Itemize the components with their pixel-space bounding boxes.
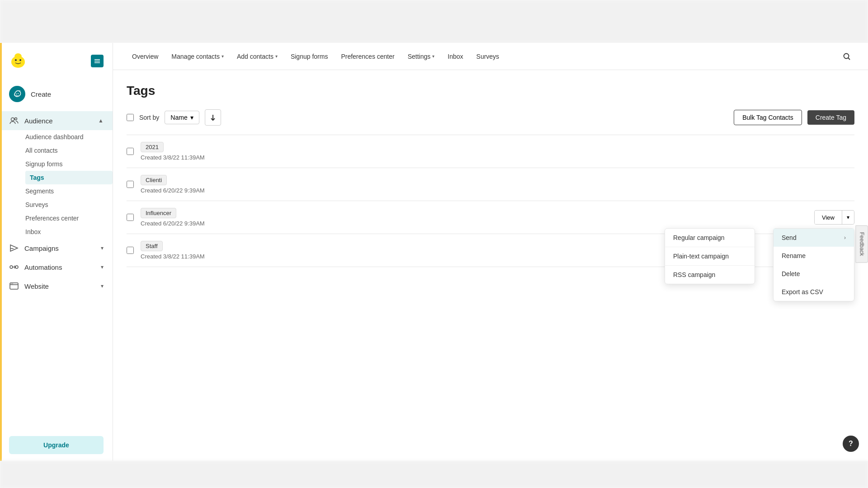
sort-direction-button[interactable] (205, 109, 221, 126)
svg-point-19 (11, 283, 12, 284)
create-tag-button[interactable]: Create Tag (807, 110, 854, 125)
bulk-tag-contacts-button[interactable]: Bulk Tag Contacts (734, 110, 802, 125)
svg-point-11 (15, 118, 17, 120)
influencer-view-dropdown-button[interactable]: ▾ (842, 211, 854, 224)
svg-point-3 (19, 59, 21, 61)
manage-contacts-chevron: ▾ (222, 54, 224, 59)
svg-point-4 (14, 53, 22, 60)
sidebar: Create Audience ▲ Audience dashboard All… (0, 43, 113, 461)
table-row: Clienti Created 6/20/22 9:39AM (127, 168, 854, 201)
top-nav: Overview Manage contacts ▾ Add contacts … (113, 43, 868, 70)
dropdown-item-rss-campaign[interactable]: RSS campaign (665, 266, 755, 284)
create-icon (9, 86, 25, 102)
svg-point-10 (11, 118, 14, 121)
tag-checkbox-2021[interactable] (127, 148, 134, 155)
search-button[interactable] (839, 49, 854, 64)
tag-checkbox-staff[interactable] (127, 247, 134, 254)
page-title: Tags (127, 84, 854, 98)
table-row: 2021 Created 3/8/22 11:39AM (127, 135, 854, 168)
sort-down-icon (209, 114, 217, 121)
sidebar-item-all-contacts[interactable]: All contacts (25, 144, 113, 157)
page-content: Tags Sort by Name ▾ Bulk Tag Contacts C (113, 70, 868, 461)
sidebar-item-preferences-center[interactable]: Preferences center (25, 211, 113, 225)
send-label: Send (782, 234, 797, 241)
settings-chevron: ▾ (432, 54, 434, 59)
automations-icon (9, 262, 19, 272)
svg-point-20 (12, 283, 13, 284)
tag-list: 2021 Created 3/8/22 11:39AM Clienti Crea… (127, 135, 854, 267)
master-checkbox[interactable] (127, 114, 134, 121)
svg-point-21 (844, 53, 849, 58)
tag-created-influencer: Created 6/20/22 9:39AM (141, 220, 807, 227)
action-dropdown-item-rename[interactable]: Rename (774, 247, 854, 265)
sidebar-item-audience[interactable]: Audience ▲ (0, 111, 113, 130)
nav-item-inbox[interactable]: Inbox (442, 49, 468, 64)
audience-subnav: Audience dashboard All contacts Signup f… (0, 130, 113, 239)
automations-chevron: ▾ (101, 264, 104, 270)
svg-point-14 (10, 266, 13, 268)
influencer-view-button[interactable]: View (815, 211, 842, 224)
bottom-blur-bar (0, 461, 868, 488)
svg-rect-5 (94, 59, 100, 60)
sidebar-item-inbox[interactable]: Inbox (25, 225, 113, 239)
tag-created-clienti: Created 6/20/22 9:39AM (141, 187, 854, 194)
svg-marker-12 (10, 245, 18, 251)
tag-info-clienti: Clienti Created 6/20/22 9:39AM (141, 175, 854, 194)
feedback-tab[interactable]: Feedback (856, 225, 868, 263)
sidebar-toggle-button[interactable] (91, 55, 104, 67)
sidebar-logo-area (0, 43, 113, 77)
nav-item-preferences-center[interactable]: Preferences center (335, 49, 400, 64)
dropdown-item-plain-text-campaign[interactable]: Plain-text campaign (665, 247, 755, 266)
tag-info-influencer: Influencer Created 6/20/22 9:39AM (141, 208, 807, 227)
nav-item-signup-forms[interactable]: Signup forms (285, 49, 333, 64)
main-content: Overview Manage contacts ▾ Add contacts … (113, 43, 868, 461)
nav-item-surveys[interactable]: Surveys (471, 49, 505, 64)
sort-dropdown[interactable]: Name ▾ (165, 111, 199, 124)
website-label: Website (24, 282, 95, 290)
svg-line-22 (848, 58, 850, 60)
help-button[interactable]: ? (843, 436, 859, 452)
send-chevron-icon: › (844, 235, 846, 241)
dropdown-item-regular-campaign[interactable]: Regular campaign (665, 229, 755, 247)
audience-icon (9, 116, 19, 126)
delete-label: Delete (782, 270, 800, 277)
tag-badge-2021: 2021 (141, 142, 164, 152)
sidebar-item-website[interactable]: Website ▾ (0, 277, 113, 296)
audience-chevron: ▲ (98, 117, 104, 124)
tag-checkbox-clienti[interactable] (127, 181, 134, 188)
action-dropdown-item-export-csv[interactable]: Export as CSV (774, 283, 854, 301)
tag-checkbox-influencer[interactable] (127, 214, 134, 221)
action-dropdown-item-send[interactable]: Send › (774, 229, 854, 247)
sidebar-item-create[interactable]: Create (0, 81, 113, 107)
campaigns-icon (9, 243, 19, 253)
sidebar-item-automations[interactable]: Automations ▾ (0, 258, 113, 277)
svg-rect-7 (94, 62, 100, 63)
sidebar-nav: Create Audience ▲ Audience dashboard All… (0, 77, 113, 429)
nav-item-settings[interactable]: Settings ▾ (402, 49, 440, 64)
upgrade-button[interactable]: Upgrade (9, 436, 104, 454)
sidebar-item-signup-forms[interactable]: Signup forms (25, 157, 113, 171)
mailchimp-logo (9, 52, 27, 70)
website-icon (9, 281, 19, 291)
website-chevron: ▾ (101, 283, 104, 289)
action-dropdown-item-delete[interactable]: Delete (774, 265, 854, 283)
sidebar-item-tags[interactable]: Tags (25, 171, 113, 184)
tag-badge-clienti: Clienti (141, 175, 167, 185)
svg-point-9 (18, 93, 19, 94)
influencer-view-btn-group: View ▾ (814, 210, 854, 225)
sidebar-item-surveys[interactable]: Surveys (25, 198, 113, 211)
nav-item-manage-contacts[interactable]: Manage contacts ▾ (166, 49, 229, 64)
sidebar-item-campaigns[interactable]: Campaigns ▾ (0, 239, 113, 258)
sort-chevron: ▾ (190, 114, 193, 121)
sidebar-item-audience-dashboard[interactable]: Audience dashboard (25, 130, 113, 144)
automations-label: Automations (24, 263, 95, 271)
top-blur-bar (0, 0, 868, 43)
nav-item-add-contacts[interactable]: Add contacts ▾ (231, 49, 283, 64)
nav-item-overview[interactable]: Overview (127, 49, 164, 64)
sort-by-label: Sort by (139, 114, 159, 121)
tag-info-2021: 2021 Created 3/8/22 11:39AM (141, 142, 854, 161)
export-csv-label: Export as CSV (782, 288, 823, 296)
sidebar-item-segments[interactable]: Segments (25, 184, 113, 198)
svg-rect-6 (94, 61, 100, 62)
sort-value: Name (170, 114, 187, 121)
